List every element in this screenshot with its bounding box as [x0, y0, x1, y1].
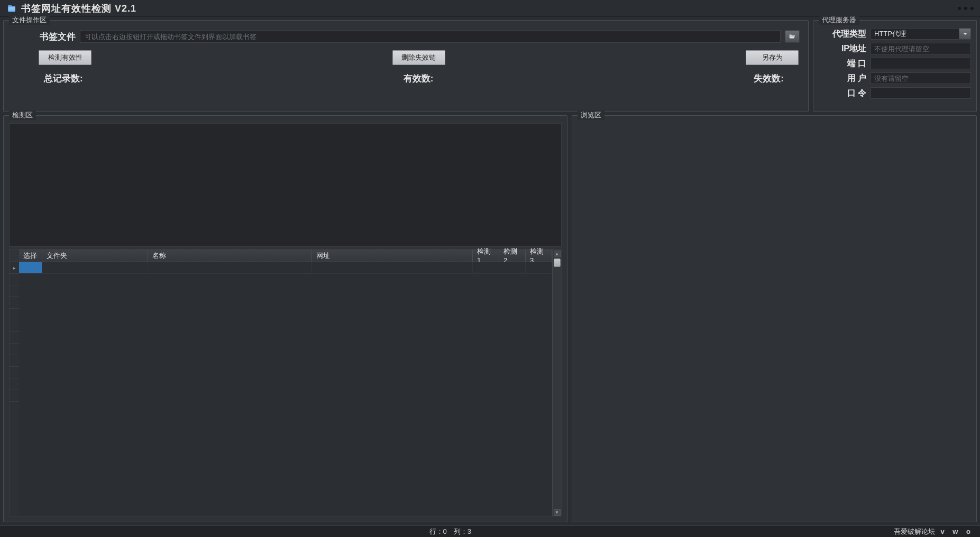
col-check2[interactable]: 检测2 — [499, 249, 526, 262]
proxy-ip-input[interactable] — [871, 43, 971, 54]
save-as-button[interactable]: 另存为 — [746, 50, 799, 65]
results-table[interactable]: 选择 文件夹 名称 网址 检测1 检测2 检测3 — [9, 249, 562, 516]
status-bar: 行：0 列：3 吾爱破解论坛 v w o — [0, 525, 980, 537]
proxy-port-label: 端 口 — [819, 58, 867, 69]
proxy-type-label: 代理类型 — [819, 29, 867, 40]
cell-select[interactable] — [19, 262, 42, 273]
proxy-title: 代理服务器 — [819, 15, 859, 25]
scroll-up-icon[interactable]: ▲ — [554, 251, 561, 257]
table-row[interactable] — [19, 262, 552, 274]
file-operations-group: 文件操作区 书签文件 检测有效性 删除失效链 另存为 总记录数: 有效数: 失效… — [3, 20, 809, 112]
titlebar: 书签网址有效性检测 V2.1 — [0, 0, 980, 17]
col-url[interactable]: 网址 — [312, 249, 473, 262]
proxy-pass-label: 口 令 — [819, 88, 867, 99]
proxy-server-group: 代理服务器 代理类型 HTTP代理 IP地址 端 口 — [813, 20, 977, 112]
col-folder[interactable]: 文件夹 — [42, 249, 148, 262]
stat-valid: 有效数: — [404, 72, 434, 85]
col-check3[interactable]: 检测3 — [526, 249, 552, 262]
bookmark-file-label: 书签文件 — [35, 31, 76, 43]
cell-c3[interactable] — [526, 262, 552, 273]
browse-button[interactable] — [785, 30, 800, 43]
status-vwo: v w o — [940, 527, 974, 535]
detection-title: 检测区 — [9, 110, 36, 120]
proxy-type-dropdown-button[interactable] — [959, 28, 971, 40]
file-ops-title: 文件操作区 — [9, 15, 50, 25]
proxy-user-label: 用 户 — [819, 73, 867, 84]
window-control-dot[interactable] — [970, 7, 974, 10]
app-icon — [6, 3, 17, 14]
row-indicator[interactable] — [10, 262, 19, 274]
col-name[interactable]: 名称 — [148, 249, 312, 262]
proxy-pass-input[interactable] — [871, 87, 971, 99]
col-check1[interactable]: 检测1 — [473, 249, 499, 262]
app-title: 书签网址有效性检测 V2.1 — [21, 2, 136, 15]
scroll-thumb[interactable] — [554, 258, 561, 267]
proxy-ip-label: IP地址 — [819, 43, 867, 54]
cell-folder[interactable] — [42, 262, 148, 273]
proxy-port-input[interactable] — [871, 58, 971, 69]
cell-c1[interactable] — [473, 262, 499, 273]
col-select[interactable]: 选择 — [19, 249, 42, 262]
status-forum-link[interactable]: 吾爱破解论坛 — [894, 527, 935, 536]
scroll-down-icon[interactable]: ▼ — [554, 509, 561, 516]
window-control-dot[interactable] — [964, 7, 967, 10]
table-header: 选择 文件夹 名称 网址 检测1 检测2 检测3 — [19, 249, 552, 262]
stat-total: 总记录数: — [44, 72, 83, 85]
cell-url[interactable] — [312, 262, 473, 273]
detection-area-group: 检测区 选择 文件夹 名称 网址 检测1 — [3, 115, 567, 522]
window-controls[interactable] — [958, 7, 974, 10]
proxy-user-input[interactable] — [871, 72, 971, 84]
table-body[interactable] — [19, 262, 552, 516]
check-validity-button[interactable]: 检测有效性 — [39, 50, 91, 65]
delete-invalid-button[interactable]: 删除失效链 — [392, 50, 445, 65]
proxy-type-select[interactable]: HTTP代理 — [871, 28, 959, 40]
row-header-column — [10, 249, 19, 516]
browse-title: 浏览区 — [578, 110, 605, 120]
bookmark-file-input[interactable] — [80, 30, 781, 43]
cell-c2[interactable] — [499, 262, 526, 273]
detection-log-area[interactable] — [9, 123, 562, 247]
stat-invalid: 失效数: — [754, 72, 784, 85]
folder-open-icon — [789, 33, 796, 40]
browse-area-group: 浏览区 — [572, 115, 977, 522]
chevron-down-icon — [963, 31, 968, 36]
cell-name[interactable] — [148, 262, 312, 273]
window-control-dot[interactable] — [958, 7, 961, 10]
status-row-col: 行：0 列：3 — [6, 527, 894, 536]
vertical-scrollbar[interactable]: ▲ ▼ — [552, 249, 561, 516]
